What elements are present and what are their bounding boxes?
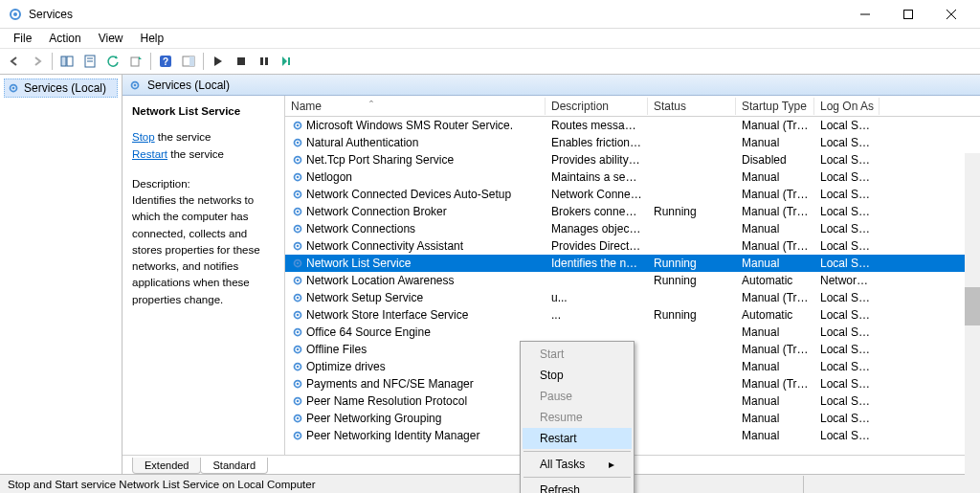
toolbar-separator <box>52 53 53 70</box>
context-menu-item[interactable]: Restart <box>523 428 632 449</box>
export-button[interactable] <box>125 51 146 72</box>
scrollbar-thumb[interactable] <box>965 287 980 325</box>
service-logon: Local Serv... <box>814 257 880 270</box>
svg-point-61 <box>297 435 300 437</box>
help-button[interactable]: ? <box>155 51 176 72</box>
context-menu-item: Start <box>523 344 632 365</box>
service-row[interactable]: Net.Tcp Port Sharing ServiceProvides abi… <box>285 151 980 168</box>
gear-icon <box>291 377 304 391</box>
service-row[interactable]: Network Location AwarenessRunningAutomat… <box>285 272 980 289</box>
restart-service-link-line: Restart the service <box>132 146 275 163</box>
submenu-arrow-icon: ▸ <box>609 458 614 471</box>
column-headers: Nameˆ Description Status Startup Type Lo… <box>285 96 980 117</box>
service-startup: Disabled <box>736 153 814 167</box>
service-startup: Manual (Tri... <box>736 343 814 356</box>
service-startup: Manual <box>736 136 814 149</box>
show-hide-tree-button[interactable] <box>56 51 78 72</box>
service-description: u... <box>546 291 648 304</box>
gear-icon <box>291 188 304 201</box>
service-logon: Local Syst... <box>814 239 880 253</box>
service-startup: Manual <box>736 222 814 235</box>
service-name: Peer Networking Identity Manager <box>306 429 479 442</box>
gear-icon <box>291 222 304 235</box>
context-menu-item[interactable]: Refresh <box>523 480 632 493</box>
service-row[interactable]: Network ConnectionsManages objects...Man… <box>285 220 980 237</box>
menu-view[interactable]: View <box>91 30 131 47</box>
service-row[interactable]: Microsoft Windows SMS Router Service.Rou… <box>285 117 980 134</box>
service-row[interactable]: Network Setup Serviceu...Manual (Tri...L… <box>285 289 980 306</box>
gear-icon <box>7 81 20 95</box>
context-menu-separator <box>523 477 631 478</box>
service-row[interactable]: Office 64 Source EngineManualLocal Syst.… <box>285 324 980 341</box>
main-header-label: Services (Local) <box>147 78 230 92</box>
properties-button[interactable] <box>79 51 100 72</box>
service-row[interactable]: Network Connected Devices Auto-SetupNetw… <box>285 186 980 203</box>
menu-action[interactable]: Action <box>41 30 88 47</box>
stop-service-button[interactable] <box>231 51 252 72</box>
service-description: Manages objects... <box>546 222 648 235</box>
svg-text:?: ? <box>163 56 168 67</box>
service-name: Net.Tcp Port Sharing Service <box>306 153 454 167</box>
context-menu-item[interactable]: Stop <box>523 365 632 386</box>
svg-point-25 <box>297 124 300 127</box>
menubar: File Action View Help <box>0 29 980 48</box>
maximize-button[interactable] <box>886 1 929 28</box>
col-status[interactable]: Status <box>648 98 736 115</box>
back-button[interactable] <box>4 51 25 72</box>
pause-service-button[interactable] <box>254 51 275 72</box>
service-logon: Local Serv... <box>814 377 880 391</box>
service-name: Network Store Interface Service <box>306 308 468 322</box>
col-startup[interactable]: Startup Type <box>736 98 814 115</box>
menu-help[interactable]: Help <box>133 30 172 47</box>
restart-service-link[interactable]: Restart <box>132 148 167 160</box>
tab-extended[interactable]: Extended <box>132 458 201 474</box>
service-logon: Local Syst... <box>814 325 880 339</box>
service-row[interactable]: NetlogonMaintains a secur...ManualLocal … <box>285 168 980 186</box>
service-status: Running <box>648 205 736 218</box>
action-pane-button[interactable] <box>178 51 199 72</box>
service-name: Natural Authentication <box>306 136 418 149</box>
service-logon: Local Syst... <box>814 343 880 356</box>
service-description: Network Connect... <box>546 188 648 201</box>
tab-standard[interactable]: Standard <box>200 458 268 474</box>
svg-point-1 <box>13 12 17 16</box>
nav-item-services-local[interactable]: Services (Local) <box>4 78 118 98</box>
description-text: Identifies the networks to which the com… <box>132 192 275 308</box>
svg-point-29 <box>297 159 300 162</box>
restart-service-button[interactable] <box>277 51 298 72</box>
service-name: Network Connections <box>306 222 415 235</box>
titlebar: Services <box>0 0 980 29</box>
forward-button[interactable] <box>27 51 48 72</box>
service-startup: Manual <box>736 412 814 425</box>
service-name: Network List Service <box>306 257 411 270</box>
service-row[interactable]: Network Connection BrokerBrokers connect… <box>285 203 980 220</box>
context-menu-item[interactable]: All Tasks▸ <box>523 454 632 475</box>
svg-point-31 <box>297 176 300 179</box>
service-row[interactable]: Network Store Interface Service...Runnin… <box>285 306 980 324</box>
context-menu-label: Resume <box>540 411 583 424</box>
svg-point-33 <box>297 193 300 196</box>
service-row[interactable]: Natural AuthenticationEnables friction-f… <box>285 134 980 151</box>
start-service-button[interactable] <box>208 51 229 72</box>
service-row[interactable]: Network List ServiceIdentifies the net..… <box>285 255 980 272</box>
svg-point-53 <box>297 366 300 369</box>
service-name: Network Location Awareness <box>306 274 455 287</box>
service-description: Maintains a secur... <box>546 170 648 184</box>
service-logon: Local Syst... <box>814 119 880 132</box>
menu-file[interactable]: File <box>6 30 39 47</box>
col-logon[interactable]: Log On As <box>814 98 880 115</box>
minimize-button[interactable] <box>843 1 886 28</box>
svg-point-41 <box>297 262 300 265</box>
refresh-button[interactable] <box>102 51 123 72</box>
service-name: Network Connection Broker <box>306 205 447 218</box>
service-logon: Local Serv... <box>814 394 880 408</box>
col-name[interactable]: Nameˆ <box>285 98 546 115</box>
statusbar: Stop and Start service Network List Serv… <box>0 474 980 493</box>
gear-icon <box>291 153 304 167</box>
service-name: Peer Name Resolution Protocol <box>306 394 467 408</box>
col-description[interactable]: Description <box>546 98 648 115</box>
close-button[interactable] <box>929 1 972 28</box>
stop-service-link[interactable]: Stop <box>132 131 155 143</box>
description-label: Description: <box>132 176 275 192</box>
service-row[interactable]: Network Connectivity AssistantProvides D… <box>285 237 980 255</box>
